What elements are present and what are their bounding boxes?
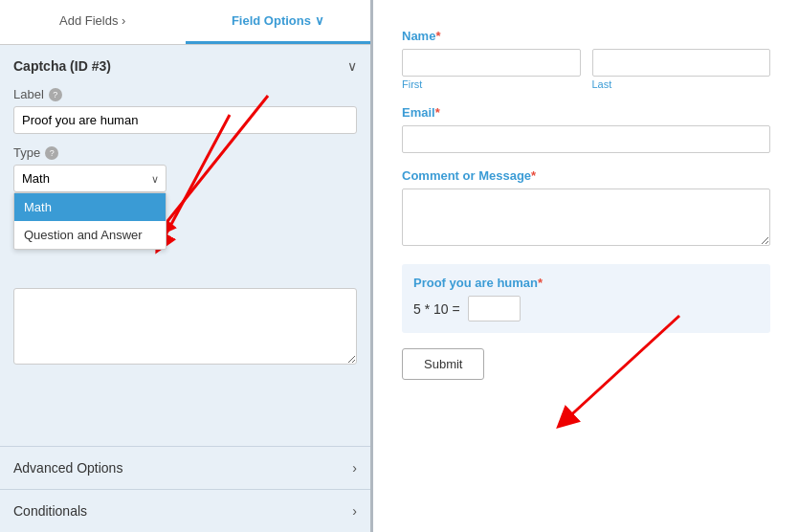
first-name-wrapper: First (402, 49, 581, 90)
name-field-label: Name* (402, 29, 770, 43)
comment-required-star: * (531, 168, 536, 183)
tab-add-fields[interactable]: Add Fields › (0, 0, 186, 44)
name-label-text: Name (402, 29, 435, 43)
type-field-group: Type ? Math ∨ Math Question and Answer (13, 145, 357, 192)
label-text: Label (13, 87, 44, 101)
last-sub-label: Last (592, 78, 771, 90)
conditionals-label: Conditionals (13, 503, 87, 519)
last-name-input[interactable] (592, 49, 771, 77)
captcha-form-label: Proof you are human* (413, 276, 759, 290)
description-textarea[interactable] (13, 288, 357, 365)
submit-button[interactable]: Submit (402, 348, 484, 380)
name-section: Name* First Last (402, 29, 770, 90)
type-help-icon[interactable]: ? (45, 146, 58, 160)
captcha-required-star: * (538, 276, 543, 290)
name-row: First Last (402, 49, 770, 90)
dropdown-item-math[interactable]: Math (14, 193, 166, 221)
label-field-label: Label ? (13, 87, 357, 101)
conditionals-row[interactable]: Conditionals › (0, 489, 370, 532)
tab-bar: Add Fields › Field Options ∨ (0, 0, 370, 45)
dropdown-item-qa[interactable]: Question and Answer (14, 221, 166, 249)
email-section: Email* (402, 105, 770, 153)
captcha-header: Captcha (ID #3) ∨ (13, 58, 357, 74)
comment-section: Comment or Message* (402, 168, 770, 249)
advanced-options-row[interactable]: Advanced Options › (0, 446, 370, 489)
first-name-input[interactable] (402, 49, 581, 77)
name-required-star: * (435, 29, 440, 43)
captcha-collapse-icon[interactable]: ∨ (347, 58, 357, 74)
email-field-label: Email* (402, 105, 770, 120)
type-field-label: Type ? (13, 145, 357, 160)
advanced-options-label: Advanced Options (13, 460, 122, 476)
captcha-form-section: Proof you are human* 5 * 10 = (402, 264, 770, 333)
email-input[interactable] (402, 125, 770, 153)
label-field-group: Label ? (13, 87, 357, 134)
add-fields-label: Add Fields (59, 13, 118, 28)
field-options-label: Field Options (232, 13, 311, 28)
comment-field-label: Comment or Message* (402, 168, 770, 183)
tab-field-options[interactable]: Field Options ∨ (186, 0, 371, 44)
label-help-icon[interactable]: ? (49, 88, 62, 101)
type-text: Type (13, 145, 40, 160)
math-answer-input[interactable] (468, 296, 521, 321)
captcha-title: Captcha (ID #3) (13, 58, 111, 74)
advanced-options-arrow-icon: › (352, 460, 357, 476)
label-input[interactable] (13, 106, 357, 134)
add-fields-chevron: › (122, 13, 125, 28)
right-panel: Name* First Last Email* C (373, 0, 799, 409)
field-options-chevron: ∨ (315, 13, 324, 28)
comment-textarea[interactable] (402, 188, 770, 246)
panel-content: Captcha (ID #3) ∨ Label ? Type ? Math (0, 45, 370, 392)
type-select-display[interactable]: Math (13, 165, 166, 192)
type-selected-value: Math (22, 171, 50, 186)
email-label-text: Email (402, 105, 435, 120)
type-select-wrapper: Math ∨ Math Question and Answer (13, 165, 166, 192)
email-required-star: * (435, 105, 440, 120)
math-row: 5 * 10 = (413, 296, 759, 321)
last-name-wrapper: Last (592, 49, 771, 90)
type-dropdown-menu: Math Question and Answer (13, 192, 166, 250)
conditionals-arrow-icon: › (352, 503, 357, 519)
captcha-label-text: Proof you are human (413, 276, 538, 290)
first-sub-label: First (402, 78, 581, 90)
comment-label-text: Comment or Message (402, 168, 531, 183)
textarea-field-group (13, 288, 357, 367)
math-expression: 5 * 10 = (413, 301, 460, 317)
